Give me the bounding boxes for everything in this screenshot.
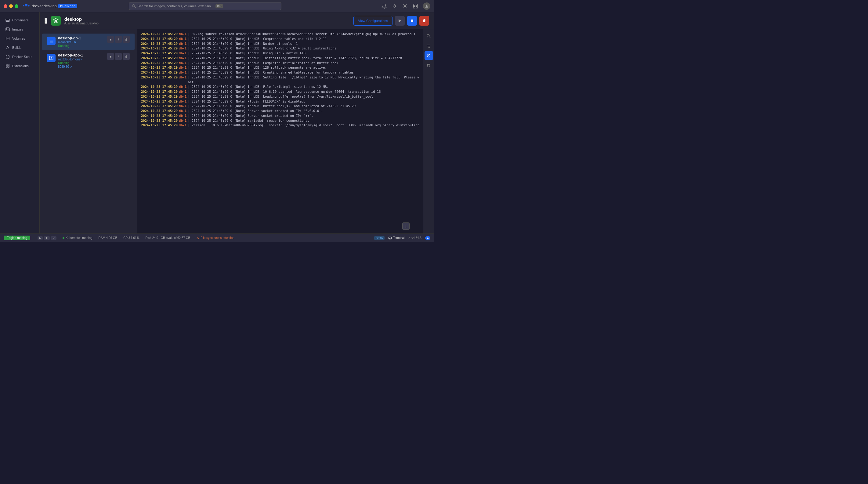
log-time: 2024-10-25 17:45:29 bbox=[141, 56, 178, 61]
bell-icon[interactable] bbox=[381, 3, 387, 9]
stack-icon bbox=[53, 18, 59, 24]
extensions-icon bbox=[5, 64, 10, 68]
search-logs-button[interactable] bbox=[425, 32, 433, 40]
container-app-image[interactable]: nextcloud:<none> bbox=[58, 58, 83, 61]
timestamps-button[interactable] bbox=[425, 51, 433, 60]
bug-icon[interactable] bbox=[392, 3, 397, 9]
log-time: 2024-10-25 17:45:29 bbox=[141, 119, 178, 123]
stop-button[interactable] bbox=[407, 16, 417, 26]
close-button[interactable] bbox=[4, 4, 7, 8]
svg-line-31 bbox=[429, 37, 430, 38]
scroll-to-bottom-button[interactable]: ↓ bbox=[402, 223, 410, 230]
log-tag: db-1 bbox=[179, 51, 186, 56]
container-db-more[interactable]: ⋮ bbox=[115, 36, 122, 43]
notification-badge[interactable]: 4 bbox=[425, 236, 430, 240]
maximize-button[interactable] bbox=[14, 4, 18, 8]
svg-rect-15 bbox=[6, 19, 9, 21]
log-line: 2024-10-25 17:45:29 db-1 | 2024-10-25 21… bbox=[141, 56, 420, 61]
log-time: 2024-10-25 17:45:29 bbox=[141, 109, 178, 114]
minimize-button[interactable] bbox=[9, 4, 13, 8]
log-line: 2024-10-25 17:45:29 db-1 | 2024-10-25 21… bbox=[141, 104, 420, 109]
view-configurations-button[interactable]: View Configurations bbox=[353, 16, 393, 26]
engine-restart-btn[interactable]: ↺ bbox=[51, 236, 57, 240]
container-item-app[interactable]: desktop-app-1 nextcloud:<none> Running 8… bbox=[42, 51, 134, 71]
container-app-delete[interactable]: 🗑 bbox=[123, 53, 130, 60]
container-app-stop[interactable]: ■ bbox=[107, 53, 114, 60]
log-tag: db-1 bbox=[179, 32, 186, 37]
gear-icon[interactable] bbox=[402, 3, 408, 9]
log-tag: db-1 bbox=[179, 99, 186, 104]
search-shortcut: ⌘K bbox=[215, 4, 223, 8]
containers-icon bbox=[5, 18, 10, 22]
svg-rect-4 bbox=[26, 4, 28, 5]
log-time: 2024-10-25 17:45:29 bbox=[141, 89, 178, 94]
svg-rect-3 bbox=[25, 4, 26, 5]
titlebar-icons bbox=[381, 2, 430, 10]
log-time: 2024-10-25 17:45:29 bbox=[141, 41, 178, 46]
sidebar-item-containers[interactable]: Containers bbox=[1, 16, 38, 24]
wrap-icon bbox=[427, 44, 431, 48]
container-db-delete[interactable]: 🗑 bbox=[123, 36, 130, 43]
logs-sidebar bbox=[423, 29, 434, 233]
container-item-db[interactable]: desktop-db-1 mariadb:10.6 Running ■ ⋮ 🗑 bbox=[42, 34, 134, 50]
svg-rect-11 bbox=[416, 4, 417, 5]
stop-icon bbox=[410, 19, 414, 23]
log-tag: db-1 bbox=[179, 65, 186, 70]
app-name: docker desktop bbox=[32, 4, 57, 8]
delete-button[interactable] bbox=[420, 16, 429, 26]
avatar[interactable] bbox=[423, 2, 430, 10]
content-area: ‹ desktop /Users/valdemar/Desktop View C… bbox=[40, 12, 434, 233]
search-bar[interactable]: Search for images, containers, volumes, … bbox=[129, 2, 281, 10]
terminal-button[interactable]: Terminal bbox=[388, 236, 405, 240]
sidebar-item-images[interactable]: Images bbox=[1, 25, 38, 34]
log-time: 2024-10-25 17:45:29 bbox=[141, 46, 178, 51]
log-line: 2024-10-25 17:45:29 db-1 | 2024-10-25 21… bbox=[141, 46, 420, 51]
container-app-name: desktop-app-1 bbox=[58, 53, 105, 57]
db-icon bbox=[49, 38, 54, 43]
sidebar-label-extensions: Extensions bbox=[12, 64, 29, 68]
collapse-button[interactable]: ‹ bbox=[44, 18, 47, 24]
scout-icon bbox=[5, 55, 10, 59]
log-tag: db-1 bbox=[179, 94, 186, 99]
grid-icon[interactable] bbox=[413, 3, 418, 9]
sidebar-item-docker-scout[interactable]: Docker Scout bbox=[1, 53, 38, 61]
sidebar-item-extensions[interactable]: Extensions bbox=[1, 62, 38, 70]
container-app-more[interactable]: ⋮ bbox=[115, 53, 122, 60]
engine-play-btn[interactable]: ▶ bbox=[37, 236, 43, 240]
log-line: 2024-10-25 17:45:29 db-1 | 2024-10-25 21… bbox=[141, 41, 420, 46]
container-db-image[interactable]: mariadb:10.6 bbox=[58, 41, 76, 44]
sidebar-label-volumes: Volumes bbox=[12, 37, 25, 40]
terminal-label: Terminal bbox=[393, 236, 405, 239]
project-name: desktop bbox=[64, 17, 350, 22]
wrap-logs-button[interactable] bbox=[425, 41, 433, 50]
volumes-icon bbox=[5, 36, 10, 41]
log-text: | 04-log source revision 8f020508c87461b… bbox=[188, 32, 415, 37]
log-time: 2024-10-25 17:45:29 bbox=[141, 32, 178, 37]
sidebar-item-builds[interactable]: Builds bbox=[1, 43, 38, 52]
container-app-port[interactable]: 8080:80 ↗ bbox=[58, 65, 72, 68]
sidebar-item-volumes[interactable]: Volumes bbox=[1, 34, 38, 43]
log-time: 2024-10-25 17:45:29 bbox=[141, 99, 178, 104]
file-sync-warning[interactable]: File sync needs attention bbox=[196, 236, 235, 239]
play-button[interactable] bbox=[395, 16, 405, 26]
log-text: | 2024-10-25 21:45:29 0 [Note] mariadbd:… bbox=[188, 119, 309, 123]
clear-logs-button[interactable] bbox=[425, 61, 433, 70]
log-text: | 2024-10-25 21:45:29 0 [Note] InnoDB: C… bbox=[188, 70, 354, 75]
traffic-lights bbox=[4, 4, 18, 8]
log-tag: db-1 bbox=[179, 104, 186, 109]
log-tag: db-1 bbox=[179, 41, 186, 46]
logs-content[interactable]: 2024-10-25 17:45:29 db-1 | 04-log source… bbox=[137, 29, 423, 233]
svg-rect-17 bbox=[6, 28, 9, 31]
log-line: 2024-10-25 17:45:29 db-1 | 2024-10-25 21… bbox=[141, 94, 420, 99]
container-db-name: desktop-db-1 bbox=[58, 36, 105, 40]
container-db-info: desktop-db-1 mariadb:10.6 Running bbox=[58, 36, 105, 47]
log-line: 2024-10-25 17:45:29 db-1 | 2024-10-25 21… bbox=[141, 61, 420, 66]
svg-rect-35 bbox=[389, 237, 391, 239]
engine-pause-btn[interactable]: ⏸ bbox=[44, 236, 50, 240]
search-placeholder: Search for images, containers, volumes, … bbox=[138, 4, 214, 8]
log-text: | 2024-10-25 21:45:29 0 [Note] InnoDB: B… bbox=[188, 104, 355, 109]
log-tag: db-1 bbox=[179, 119, 186, 123]
container-db-status: Running bbox=[58, 44, 105, 47]
clock-icon bbox=[427, 54, 431, 58]
container-db-stop[interactable]: ■ bbox=[107, 36, 114, 43]
